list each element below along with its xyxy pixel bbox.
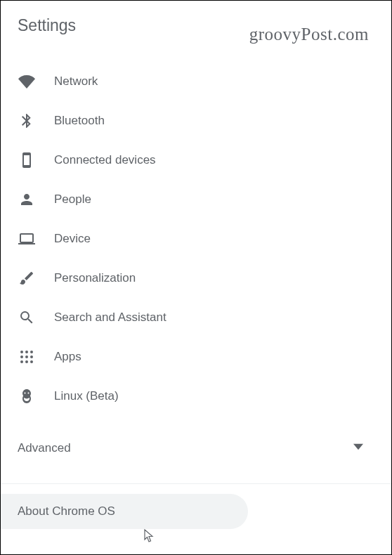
nav-item-label: People <box>54 192 91 207</box>
nav-item-label: Bluetooth <box>54 114 105 128</box>
nav-item-label: Personalization <box>54 271 136 285</box>
svg-point-8 <box>30 360 33 363</box>
svg-point-3 <box>20 355 23 358</box>
advanced-label: Advanced <box>18 441 71 455</box>
nav-item-label: Apps <box>54 350 81 364</box>
nav-item-linux[interactable]: Linux (Beta) <box>1 377 391 416</box>
svg-point-4 <box>25 355 28 358</box>
nav-item-connected-devices[interactable]: Connected devices <box>1 141 391 180</box>
nav-item-people[interactable]: People <box>1 180 391 219</box>
nav-item-label: Device <box>54 232 91 246</box>
brush-icon <box>18 269 36 287</box>
svg-point-0 <box>20 351 23 353</box>
svg-point-5 <box>30 355 33 358</box>
nav-item-apps[interactable]: Apps <box>1 337 391 377</box>
apps-grid-icon <box>18 348 36 366</box>
settings-nav: Network Bluetooth Connected devices Peop… <box>1 42 391 416</box>
nav-item-about-chrome-os[interactable]: About Chrome OS <box>1 494 248 529</box>
svg-point-7 <box>25 360 28 363</box>
laptop-icon <box>18 230 36 248</box>
bluetooth-icon <box>18 112 36 130</box>
nav-item-label: Search and Assistant <box>54 311 166 325</box>
chevron-down-icon <box>353 442 363 455</box>
nav-item-bluetooth[interactable]: Bluetooth <box>1 101 391 141</box>
svg-point-1 <box>25 351 28 353</box>
search-icon <box>18 308 36 327</box>
wifi-icon <box>18 72 36 91</box>
nav-item-network[interactable]: Network <box>1 62 391 101</box>
svg-point-2 <box>30 351 33 353</box>
nav-item-personalization[interactable]: Personalization <box>1 259 391 298</box>
mouse-cursor <box>144 529 155 546</box>
advanced-toggle[interactable]: Advanced <box>1 429 391 468</box>
nav-item-label: Linux (Beta) <box>54 389 119 403</box>
nav-item-device[interactable]: Device <box>1 219 391 259</box>
linux-icon <box>18 387 36 405</box>
divider <box>1 483 391 484</box>
nav-item-label: Network <box>54 74 98 89</box>
about-label: About Chrome OS <box>18 504 115 518</box>
person-icon <box>18 190 36 209</box>
nav-item-label: Connected devices <box>54 153 156 167</box>
nav-item-search-assistant[interactable]: Search and Assistant <box>1 298 391 337</box>
phone-icon <box>18 151 36 169</box>
svg-point-6 <box>20 360 23 363</box>
watermark: groovyPost.com <box>249 25 369 44</box>
